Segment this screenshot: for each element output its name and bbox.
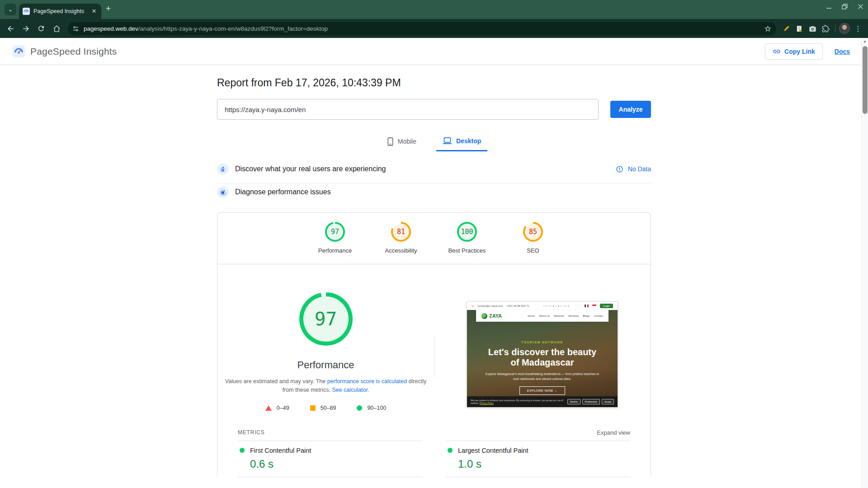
url-text: pagespeed.web.dev/analysis/https-zaya-y-… bbox=[84, 25, 328, 32]
back-icon[interactable] bbox=[4, 22, 17, 35]
site-login-button: Login bbox=[600, 304, 613, 308]
site-logo bbox=[481, 313, 487, 319]
toolbar-separator bbox=[835, 24, 835, 33]
site-navbar: ZAYA Home About us Discover Services Blo… bbox=[476, 310, 609, 322]
accessibility-ring: 81 bbox=[391, 222, 411, 242]
lighthouse-card: 97 Performance 81 Accessibility 100 Best… bbox=[217, 212, 651, 477]
chevron-down-icon: ⌄ bbox=[8, 6, 13, 13]
score-accessibility[interactable]: 81 Accessibility bbox=[381, 222, 421, 254]
email-icon: ✉ bbox=[472, 305, 474, 308]
info-icon[interactable] bbox=[616, 165, 623, 173]
extensions-puzzle-icon[interactable] bbox=[822, 25, 830, 33]
field-data-section: Discover what your real users are experi… bbox=[217, 163, 651, 183]
average-range-icon bbox=[310, 405, 316, 411]
camera-extension-icon[interactable] bbox=[809, 25, 816, 33]
browser-tab[interactable]: PageSpeed Insights ✕ bbox=[19, 4, 101, 19]
site-cookie-banner: We use cookies to enhance your experienc… bbox=[467, 396, 618, 407]
pencil-extension-icon[interactable] bbox=[783, 25, 790, 33]
good-range-icon bbox=[357, 405, 362, 411]
score-disclaimer: Values are estimated and may vary. The p… bbox=[224, 377, 428, 395]
page-screenshot-thumbnail[interactable]: ✉ contact@y-naya.com +261 34 08 933 71 I… bbox=[467, 301, 618, 408]
no-data-label: No Data bbox=[628, 165, 651, 173]
fcp-value: 0.6 s bbox=[250, 458, 420, 470]
performance-main-gauge: 97 bbox=[299, 292, 353, 346]
best-practices-ring: 100 bbox=[457, 222, 477, 242]
report-title: Report from Feb 17, 2026, 10:43:39 PM bbox=[217, 77, 651, 89]
lab-section-title: Diagnose performance issues bbox=[235, 188, 331, 196]
score-seo[interactable]: 85 SEO bbox=[513, 222, 553, 254]
see-calculator-link[interactable]: See calculator. bbox=[332, 387, 369, 393]
no-data-status: No Data bbox=[616, 165, 651, 173]
psi-header: PageSpeed Insights Copy Link Docs bbox=[0, 38, 868, 65]
seo-ring: 85 bbox=[523, 222, 543, 242]
performance-score-value: 97 bbox=[303, 296, 349, 342]
metric-status-dot bbox=[448, 448, 453, 453]
score-performance[interactable]: 97 Performance bbox=[315, 222, 355, 254]
window-minimize-button[interactable] bbox=[826, 4, 832, 9]
analyzed-url-input[interactable] bbox=[217, 99, 599, 120]
window-restore-button[interactable] bbox=[842, 4, 848, 9]
tab-desktop[interactable]: Desktop bbox=[436, 133, 487, 151]
browser-tab-strip: ⌄ PageSpeed Insights ✕ + bbox=[0, 0, 868, 19]
reader-extension-icon[interactable] bbox=[796, 25, 803, 33]
real-users-icon bbox=[217, 163, 229, 175]
bookmark-star-icon[interactable] bbox=[764, 25, 772, 33]
site-subheading: Explore Madagascar's most breathtaking d… bbox=[484, 372, 601, 381]
page-scrollbar[interactable]: ▲ bbox=[861, 38, 868, 488]
field-section-title: Discover what your real users are experi… bbox=[235, 165, 386, 173]
metric-status-dot bbox=[240, 448, 245, 453]
copy-link-button[interactable]: Copy Link bbox=[765, 43, 823, 60]
language-flag-en bbox=[592, 305, 596, 307]
tab-title: PageSpeed Insights bbox=[33, 8, 87, 14]
site-tagline: TOURISM NETWORK bbox=[467, 341, 618, 344]
expand-view-button[interactable]: Expand view bbox=[597, 429, 630, 436]
docs-link[interactable]: Docs bbox=[835, 48, 850, 55]
scrollbar-up-arrow[interactable]: ▲ bbox=[862, 38, 868, 45]
profile-avatar[interactable] bbox=[839, 23, 850, 34]
mobile-phone-icon bbox=[387, 137, 394, 146]
link-icon bbox=[773, 47, 781, 56]
metric-first-contentful-paint: First Contentful Paint 0.6 s bbox=[238, 441, 422, 477]
tab-close-icon[interactable]: ✕ bbox=[90, 8, 98, 15]
score-legend: 0–49 50–89 90–100 bbox=[265, 405, 386, 411]
forward-icon[interactable] bbox=[19, 22, 33, 35]
score-calc-link[interactable]: performance score is calculated bbox=[327, 378, 407, 385]
analyze-button[interactable]: Analyze bbox=[610, 101, 651, 118]
device-tabs: Mobile Desktop bbox=[217, 133, 651, 151]
diagnose-gauge-icon bbox=[217, 186, 229, 198]
pagespeed-logo-icon[interactable] bbox=[13, 45, 25, 57]
column-divider bbox=[434, 336, 434, 377]
scrollbar-thumb[interactable] bbox=[863, 46, 868, 114]
app-title: PageSpeed Insights bbox=[30, 46, 117, 57]
home-icon[interactable] bbox=[50, 22, 63, 35]
performance-ring: 97 bbox=[325, 222, 345, 242]
new-tab-button[interactable]: + bbox=[106, 4, 111, 14]
browser-toolbar: pagespeed.web.dev/analysis/https-zaya-y-… bbox=[0, 19, 868, 38]
site-settings-icon[interactable] bbox=[72, 25, 79, 32]
site-hero-image: TOURISM NETWORK Let's discover the beaut… bbox=[467, 310, 618, 407]
browser-menu-icon[interactable]: ⋮ bbox=[854, 24, 862, 33]
metric-largest-contentful-paint: Largest Contentful Paint 1.0 s bbox=[446, 441, 630, 477]
performance-gauge-label: Performance bbox=[297, 359, 354, 371]
language-flag-fr bbox=[585, 305, 589, 307]
score-best-practices[interactable]: 100 Best Practices bbox=[447, 222, 487, 254]
poor-range-icon bbox=[265, 405, 272, 411]
score-summary-row: 97 Performance 81 Accessibility 100 Best… bbox=[217, 213, 651, 264]
pagespeed-favicon-icon bbox=[23, 8, 30, 15]
window-close-button[interactable] bbox=[858, 4, 863, 9]
lcp-value: 1.0 s bbox=[458, 458, 628, 470]
site-heading: Let's discover the beauty of Madagascar bbox=[488, 347, 597, 368]
metrics-section-label: METRICS bbox=[238, 429, 265, 436]
site-explore-button: EXPLORE NOW → bbox=[519, 386, 566, 395]
tab-search-button[interactable]: ⌄ bbox=[5, 4, 16, 15]
reload-icon[interactable] bbox=[34, 22, 48, 35]
url-bar[interactable]: pagespeed.web.dev/analysis/https-zaya-y-… bbox=[68, 22, 776, 35]
lab-data-section: Diagnose performance issues bbox=[217, 186, 651, 206]
desktop-laptop-icon bbox=[443, 137, 452, 145]
site-topbar: ✉ contact@y-naya.com +261 34 08 933 71 I… bbox=[467, 302, 618, 310]
tab-mobile[interactable]: Mobile bbox=[381, 133, 423, 151]
